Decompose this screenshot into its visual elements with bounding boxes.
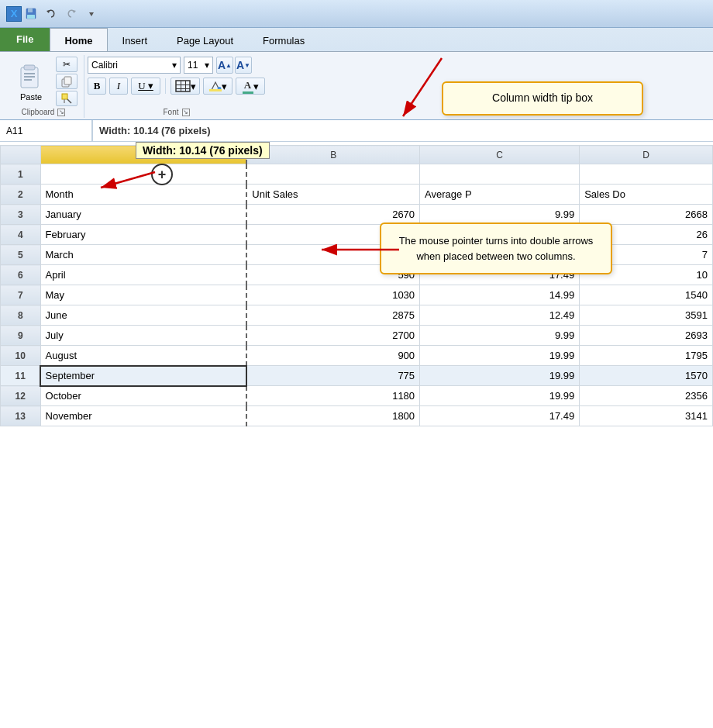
col-header-D[interactable]: D — [580, 146, 713, 164]
name-box[interactable]: A11 — [0, 120, 93, 141]
svg-rect-12 — [64, 77, 71, 85]
cell-D1[interactable] — [580, 164, 713, 185]
row-header-4[interactable]: 4 — [1, 225, 41, 245]
cell-A10[interactable]: August — [40, 346, 246, 366]
cell-B2[interactable]: Unit Sales — [246, 185, 419, 205]
cell-B8[interactable]: 2875 — [246, 305, 419, 326]
cell-B7[interactable]: 1030 — [246, 285, 419, 305]
underline-button[interactable]: U ▾ — [131, 78, 160, 95]
cell-A12[interactable]: October — [40, 386, 246, 406]
redo-qat-button[interactable] — [62, 5, 81, 22]
border-button[interactable]: ▾ — [170, 78, 200, 95]
row-header-1[interactable]: 1 — [1, 164, 41, 185]
col-header-B[interactable]: B — [246, 146, 419, 164]
cell-A11[interactable]: September — [40, 366, 246, 386]
tab-home[interactable]: Home — [50, 28, 107, 51]
clipboard-label-text: Clipboard — [22, 108, 55, 116]
row-header-7[interactable]: 7 — [1, 285, 41, 305]
paste-label: Paste — [20, 92, 42, 102]
cell-B12[interactable]: 1180 — [246, 386, 419, 406]
cell-B3[interactable]: 2670 — [246, 205, 419, 225]
font-group: Calibri ▾ 11 ▾ A▲ A▼ B I U ▾ — [84, 55, 271, 118]
cell-A6[interactable]: April — [40, 265, 246, 285]
cell-D2[interactable]: Sales Do — [580, 185, 713, 205]
spreadsheet-grid: A B C D 12MonthUnit SalesAverage PSales … — [0, 145, 713, 426]
col-header-C[interactable]: C — [420, 146, 580, 164]
cell-D7[interactable]: 1540 — [580, 285, 713, 305]
cell-D3[interactable]: 2668 — [580, 205, 713, 225]
cell-A5[interactable]: March — [40, 245, 246, 265]
cell-A2[interactable]: Month — [40, 185, 246, 205]
paste-section: Paste — [9, 57, 53, 105]
cell-C7[interactable]: 14.99 — [420, 285, 580, 305]
cell-C10[interactable]: 19.99 — [420, 346, 580, 366]
font-group-label: Font ↘ — [88, 108, 265, 118]
cell-D10[interactable]: 1795 — [580, 346, 713, 366]
cell-D12[interactable]: 2356 — [580, 386, 713, 406]
cut-button[interactable]: ✂ — [56, 57, 78, 72]
tab-page-layout[interactable]: Page Layout — [162, 29, 248, 51]
font-size-dropdown[interactable]: 11 ▾ — [184, 57, 213, 74]
svg-marker-3 — [46, 10, 50, 13]
cell-B1[interactable] — [246, 164, 419, 185]
row-header-2[interactable]: 2 — [1, 185, 41, 205]
row-header-5[interactable]: 5 — [1, 245, 41, 265]
cell-C13[interactable]: 17.49 — [420, 406, 580, 426]
cell-B11[interactable]: 775 — [246, 366, 419, 386]
grid-row-11: 11September77519.991570 — [1, 366, 713, 386]
cell-A3[interactable]: January — [40, 205, 246, 225]
cell-A13[interactable]: November — [40, 406, 246, 426]
undo-qat-button[interactable] — [42, 5, 60, 22]
italic-button[interactable]: I — [109, 78, 128, 95]
save-qat-button[interactable] — [22, 5, 40, 22]
clipboard-expand[interactable]: ↘ — [57, 109, 65, 116]
copy-button[interactable] — [56, 74, 78, 89]
cell-A9[interactable]: July — [40, 326, 246, 346]
row-header-13[interactable]: 13 — [1, 406, 41, 426]
separator — [165, 78, 166, 94]
fill-color-button[interactable]: ▾ — [203, 78, 232, 95]
row-header-9[interactable]: 9 — [1, 326, 41, 346]
row-header-6[interactable]: 6 — [1, 265, 41, 285]
font-color-button[interactable]: A ▾ — [236, 78, 265, 95]
font-group-content: Calibri ▾ 11 ▾ A▲ A▼ B I U ▾ — [88, 57, 265, 106]
cell-C1[interactable] — [420, 164, 580, 185]
cell-A7[interactable]: May — [40, 285, 246, 305]
paste-button[interactable]: Paste — [9, 57, 53, 105]
cell-D8[interactable]: 3591 — [580, 305, 713, 326]
row-header-12[interactable]: 12 — [1, 386, 41, 406]
tab-file[interactable]: File — [0, 28, 50, 51]
decrease-font-button[interactable]: A▼ — [235, 57, 252, 74]
cell-D9[interactable]: 2693 — [580, 326, 713, 346]
width-tooltip-text: Width: 10.14 (76 pixels) — [143, 144, 263, 157]
cell-C11[interactable]: 19.99 — [420, 366, 580, 386]
select-all-corner[interactable] — [1, 146, 41, 164]
format-painter-button[interactable] — [56, 91, 78, 106]
row-header-8[interactable]: 8 — [1, 305, 41, 326]
row-header-3[interactable]: 3 — [1, 205, 41, 225]
cell-D13[interactable]: 3141 — [580, 406, 713, 426]
cell-B9[interactable]: 2700 — [246, 326, 419, 346]
cell-C12[interactable]: 19.99 — [420, 386, 580, 406]
qat-dropdown-button[interactable] — [82, 5, 101, 22]
tab-insert[interactable]: Insert — [108, 29, 163, 51]
increase-font-button[interactable]: A▲ — [216, 57, 233, 74]
tab-formulas[interactable]: Formulas — [248, 29, 319, 51]
cell-D11[interactable]: 1570 — [580, 366, 713, 386]
cell-C9[interactable]: 9.99 — [420, 326, 580, 346]
cell-C3[interactable]: 9.99 — [420, 205, 580, 225]
cell-C2[interactable]: Average P — [420, 185, 580, 205]
svg-rect-18 — [176, 85, 190, 85]
cell-A4[interactable]: February — [40, 225, 246, 245]
cell-B13[interactable]: 1800 — [246, 406, 419, 426]
row-header-10[interactable]: 10 — [1, 346, 41, 366]
bold-button[interactable]: B — [88, 78, 106, 95]
cell-A8[interactable]: June — [40, 305, 246, 326]
font-expand[interactable]: ↘ — [182, 109, 190, 116]
row-header-11[interactable]: 11 — [1, 366, 41, 386]
cell-B10[interactable]: 900 — [246, 346, 419, 366]
cell-C8[interactable]: 12.49 — [420, 305, 580, 326]
callout1-text: Column width tip box — [492, 91, 593, 104]
cell-A1[interactable] — [40, 164, 246, 185]
font-name-dropdown[interactable]: Calibri ▾ — [88, 57, 181, 74]
